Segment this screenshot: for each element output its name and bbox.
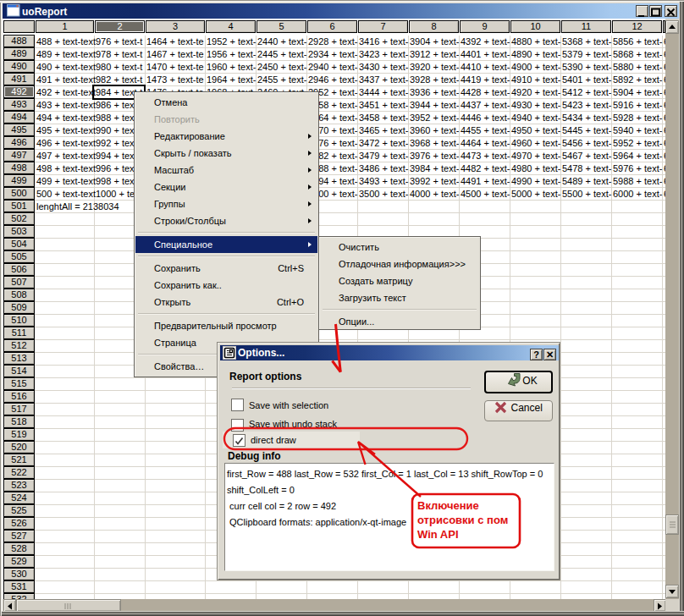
svg-text:отрисовки с пом: отрисовки с пом [417, 514, 508, 526]
svg-text:Win API: Win API [417, 528, 459, 541]
svg-text:Включение: Включение [417, 499, 479, 512]
